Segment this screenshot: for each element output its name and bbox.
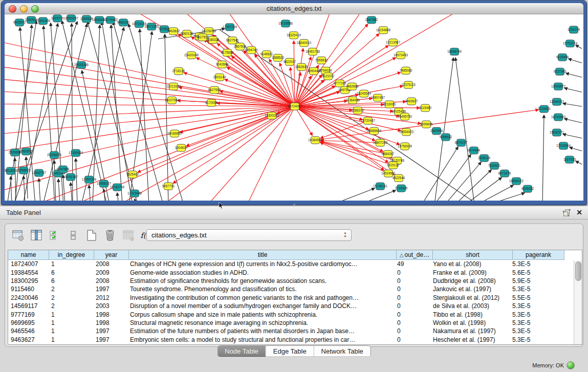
graph-node[interactable]: 1167533 [563, 156, 576, 163]
graph-node[interactable]: 12093872 [551, 83, 566, 90]
graph-node[interactable]: 10958107 [97, 180, 112, 187]
graph-node[interactable]: 8186328 [207, 36, 220, 43]
table-row[interactable]: 1938455462009Genome-wide association stu… [8, 268, 582, 276]
graph-node[interactable]: 12444157 [550, 98, 564, 105]
graph-node[interactable]: 12213967 [386, 39, 401, 46]
graph-node[interactable]: 27691406 [36, 17, 51, 25]
row-selection-icon[interactable] [48, 229, 61, 242]
graph-node[interactable]: 16154808 [376, 27, 391, 34]
graph-node[interactable]: 9115460 [419, 104, 432, 112]
scrollbar-thumb[interactable] [575, 261, 581, 281]
graph-node[interactable]: 1065528 [80, 15, 93, 23]
graph-node[interactable]: 1733426 [395, 185, 408, 192]
graph-node[interactable]: 2667682 [365, 16, 378, 24]
graph-node[interactable]: 18807243 [373, 139, 388, 146]
graph-node[interactable]: 4170066 [205, 99, 218, 106]
graph-node[interactable]: 19218586 [278, 20, 293, 27]
graph-node[interactable]: 7386372 [352, 107, 364, 114]
graph-node[interactable]: 3215953 [538, 105, 551, 113]
graph-node[interactable]: 8454749 [245, 47, 258, 54]
graph-node[interactable]: 7485083 [400, 67, 412, 74]
graph-node[interactable]: 9884067 [382, 150, 395, 158]
graph-node[interactable]: 16782759 [110, 184, 125, 191]
graph-node[interactable]: 13942757 [32, 169, 47, 177]
table-row[interactable]: 969969511998Structural magnetic resonanc… [8, 319, 582, 327]
graph-node[interactable]: 9699695 [420, 121, 433, 128]
graph-node[interactable]: 19166855 [167, 130, 182, 137]
graph-node[interactable]: 9777169 [334, 80, 346, 87]
network-canvas[interactable]: 1872400794055721350514276914061923719105… [5, 14, 583, 201]
graph-node[interactable]: 20206526 [47, 151, 62, 159]
graph-node[interactable]: 1904617 [175, 144, 188, 151]
tab-edge-table[interactable]: Edge Table [266, 346, 314, 357]
table-row[interactable]: 1456911722003Disruption of a novel membe… [8, 302, 582, 310]
graph-node[interactable]: 15692971 [550, 129, 564, 136]
graph-node[interactable]: 16648794 [447, 48, 462, 55]
float-panel-icon[interactable] [563, 209, 571, 216]
graph-node[interactable]: 6879197 [455, 139, 468, 146]
column-header-year[interactable]: year [94, 250, 129, 260]
graph-node[interactable]: 9474444 [468, 147, 481, 154]
table-scrollbar[interactable] [574, 260, 582, 344]
graph-node[interactable]: 7955812 [315, 57, 328, 64]
table-settings-icon[interactable] [11, 229, 24, 242]
table-row[interactable]: 946554611997Estimation of the future num… [8, 327, 582, 335]
graph-node[interactable]: 18245544 [357, 90, 372, 97]
graph-node[interactable]: 10553287 [64, 15, 79, 22]
graph-node[interactable]: 12375115 [401, 81, 416, 89]
table-row[interactable]: 2242004622012Investigating the contribut… [8, 294, 582, 302]
graph-node[interactable]: 9958922 [440, 134, 452, 141]
graph-node[interactable]: 9227343 [554, 68, 567, 75]
graph-node[interactable]: 17957224 [223, 24, 237, 31]
graph-node[interactable]: 19654923 [399, 128, 414, 136]
graph-node[interactable]: 17016504 [556, 142, 571, 149]
table-row[interactable]: 911546021997Tourette syndrome. Phenomeno… [8, 285, 582, 293]
graph-node[interactable]: 18107554 [165, 97, 180, 104]
graph-node[interactable]: 16210643 [551, 114, 566, 121]
graph-node[interactable]: 9121072 [322, 73, 335, 80]
tab-network-table[interactable]: Network Table [314, 346, 371, 357]
graph-node[interactable]: 8427552 [208, 86, 221, 94]
graph-node[interactable]: 7463822 [167, 28, 180, 35]
close-panel-icon[interactable]: ✕ [576, 208, 582, 216]
graph-node[interactable]: 2935114 [478, 155, 491, 162]
column-header-out_de[interactable]: △out_de… [397, 250, 433, 260]
graph-node[interactable]: 1151074 [568, 26, 580, 33]
memory-status-indicator[interactable] [567, 361, 575, 369]
create-table-icon[interactable] [85, 229, 98, 242]
delete-table-icon[interactable] [103, 229, 116, 242]
graph-node[interactable]: 15751074 [563, 40, 578, 47]
graph-node[interactable]: 15276602 [103, 16, 118, 24]
graph-node[interactable]: 8660128 [181, 30, 193, 37]
zoom-window-button[interactable] [31, 5, 39, 13]
graph-node[interactable]: 9242848 [216, 61, 229, 68]
window-titlebar[interactable]: citations_edges.txt [5, 3, 583, 14]
graph-node[interactable]: 7632621 [488, 162, 501, 169]
column-header-short[interactable]: short [433, 250, 513, 260]
column-header-pagerank[interactable]: pagerank [513, 250, 564, 260]
table-row[interactable]: 1872400712008Changes of HCN gene express… [8, 260, 582, 268]
graph-node[interactable]: 2718126 [172, 68, 185, 75]
graph-node[interactable]: 15720407 [361, 117, 376, 124]
panel-mode-icon[interactable] [67, 229, 79, 242]
graph-node[interactable]: 16671355 [144, 23, 159, 30]
graph-node[interactable]: 1862615 [295, 63, 308, 71]
graph-node[interactable]: 15051357 [63, 173, 78, 181]
graph-node[interactable]: 9466160 [117, 19, 130, 26]
graph-node[interactable]: 1923719 [51, 15, 64, 22]
graph-node[interactable]: 18325419 [287, 32, 301, 39]
graph-node[interactable]: 9245052 [521, 185, 534, 192]
graph-node[interactable]: 16495750 [398, 113, 412, 120]
graph-node[interactable]: 12213334 [166, 83, 181, 90]
minimize-window-button[interactable] [20, 5, 28, 13]
graph-node[interactable]: 10807487 [371, 94, 385, 101]
graph-node[interactable]: 9405572 [13, 19, 26, 26]
graph-node[interactable]: 19756928 [398, 143, 412, 150]
graph-node[interactable]: 1615132 [387, 162, 400, 169]
graph-node[interactable]: 10654122 [509, 178, 524, 185]
graph-node[interactable]: 9457791 [162, 183, 175, 190]
graph-node[interactable]: 6216060 [383, 101, 396, 108]
graph-node[interactable]: 12323448 [127, 190, 142, 197]
column-header-name[interactable]: name [8, 250, 49, 260]
graph-node[interactable]: 18640910 [297, 39, 312, 47]
